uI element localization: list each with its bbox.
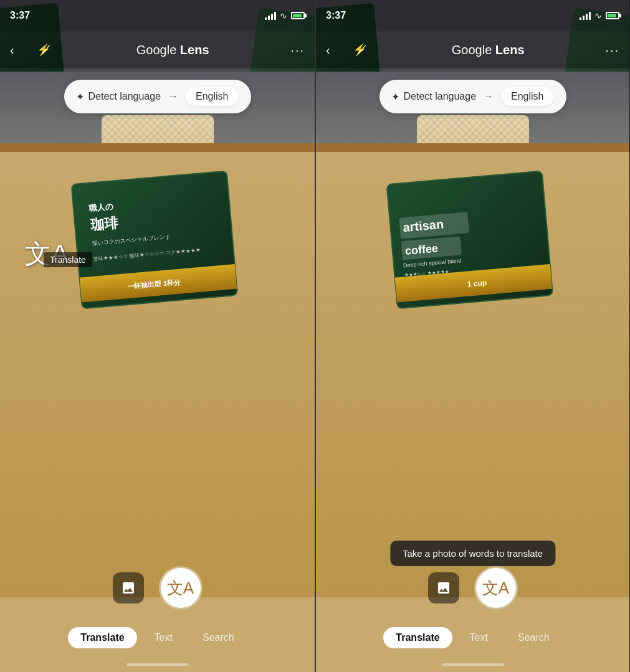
- detect-language-right[interactable]: ✦ Detect language: [391, 91, 476, 103]
- sparkle-icon-left: ✦: [76, 91, 84, 103]
- signal-bar-2: [268, 16, 270, 20]
- arrow-left: →: [168, 91, 178, 102]
- status-bar-left: 3:37 ∿: [0, 0, 315, 31]
- bottom-controls-left: 文A: [0, 566, 315, 610]
- wifi-icon-right: ∿: [594, 11, 602, 21]
- signal-bar-r1: [580, 17, 581, 20]
- arrow-right: →: [484, 91, 494, 102]
- flash-button-left[interactable]: ⚡̸: [32, 43, 55, 57]
- title-regular-right: Google: [452, 43, 495, 57]
- battery-fill-left: [293, 14, 302, 17]
- wifi-icon-left: ∿: [280, 11, 287, 21]
- coffee-bag-right: artisan coffee Deep rich special blend ★…: [383, 168, 556, 312]
- tab-text-left[interactable]: Text: [142, 627, 185, 648]
- target-language-left[interactable]: English: [186, 87, 238, 106]
- status-time-right: 3:37: [326, 10, 580, 21]
- coffee-bag-left: 職人の 珈琲 深いコクのスペシャルブレンド 苦味★★★☆☆ 酸味★☆☆☆☆ コク…: [68, 168, 241, 312]
- shutter-icon-left: 文A: [167, 577, 194, 599]
- right-panel: artisan coffee Deep rich special blend ★…: [315, 0, 629, 672]
- flash-button-right[interactable]: ⚡̸: [348, 43, 371, 57]
- status-icons-right: ∿: [580, 11, 619, 21]
- gallery-button-left[interactable]: [113, 572, 144, 603]
- shutter-button-right[interactable]: 文A: [474, 566, 518, 610]
- battery-fill-right: [608, 14, 616, 17]
- signal-bar-1: [265, 17, 267, 20]
- back-button-right[interactable]: ‹: [326, 43, 348, 57]
- signal-bar-3: [271, 14, 273, 20]
- sparkle-icon-right: ✦: [391, 91, 399, 103]
- bottom-tabs-right: Translate Text Search: [316, 627, 629, 648]
- bottom-tooltip-right: Take a photo of words to translate: [390, 541, 555, 566]
- signal-bars-left: [265, 11, 276, 20]
- bottom-controls-right: 文A: [316, 566, 629, 610]
- detect-label-left: Detect language: [88, 91, 161, 102]
- translate-overlay: 文A Translate: [25, 237, 69, 272]
- status-time-left: 3:37: [10, 10, 265, 21]
- home-indicator-left: [126, 663, 189, 666]
- gallery-icon-left: [121, 580, 136, 595]
- signal-bar-r4: [589, 12, 591, 20]
- status-icons-left: ∿: [265, 11, 305, 21]
- signal-bar-r3: [586, 14, 588, 20]
- bottom-tabs-left: Translate Text Search: [0, 627, 315, 648]
- back-button-left[interactable]: ‹: [10, 43, 32, 57]
- more-button-left[interactable]: ···: [290, 43, 305, 57]
- shutter-button-left[interactable]: 文A: [159, 566, 203, 610]
- lang-pill-left[interactable]: ✦ Detect language → English: [64, 80, 251, 113]
- title-bold-right: Lens: [495, 43, 525, 57]
- title-regular-left: Google: [136, 43, 180, 57]
- signal-bar-r2: [583, 16, 585, 20]
- svg-text:珈琲: 珈琲: [89, 215, 119, 233]
- detect-language-left[interactable]: ✦ Detect language: [76, 91, 161, 103]
- detect-label-right: Detect language: [403, 91, 476, 102]
- nav-title-right: Google Lens: [371, 43, 605, 57]
- tab-translate-left[interactable]: Translate: [68, 627, 136, 648]
- tab-search-right[interactable]: Search: [505, 627, 562, 648]
- status-bar-right: 3:37 ∿: [316, 0, 629, 31]
- gallery-button-right[interactable]: [428, 572, 459, 603]
- nav-bar-left: ‹ ⚡̸ Google Lens ···: [0, 31, 315, 69]
- more-button-right[interactable]: ···: [605, 43, 619, 57]
- nav-title-left: Google Lens: [55, 43, 290, 57]
- target-language-right[interactable]: English: [501, 87, 553, 106]
- lang-pill-right[interactable]: ✦ Detect language → English: [379, 80, 566, 113]
- gallery-icon-right: [436, 580, 451, 595]
- tab-search-left[interactable]: Search: [190, 627, 247, 648]
- signal-bar-4: [274, 12, 276, 20]
- tab-text-right[interactable]: Text: [457, 627, 500, 648]
- home-indicator-right: [442, 663, 504, 666]
- nav-bar-right: ‹ ⚡̸ Google Lens ···: [316, 31, 629, 69]
- title-bold-left: Lens: [180, 43, 209, 57]
- svg-text:1 cup: 1 cup: [467, 278, 487, 289]
- left-panel: 職人の 珈琲 深いコクのスペシャルブレンド 苦味★★★☆☆ 酸味★☆☆☆☆ コク…: [0, 0, 315, 672]
- signal-bars-right: [580, 11, 591, 20]
- tab-translate-right[interactable]: Translate: [383, 627, 452, 648]
- battery-icon-right: [606, 12, 619, 19]
- shutter-icon-right: 文A: [482, 577, 509, 599]
- translate-mode-label: Translate: [44, 252, 92, 267]
- battery-icon-left: [291, 12, 305, 19]
